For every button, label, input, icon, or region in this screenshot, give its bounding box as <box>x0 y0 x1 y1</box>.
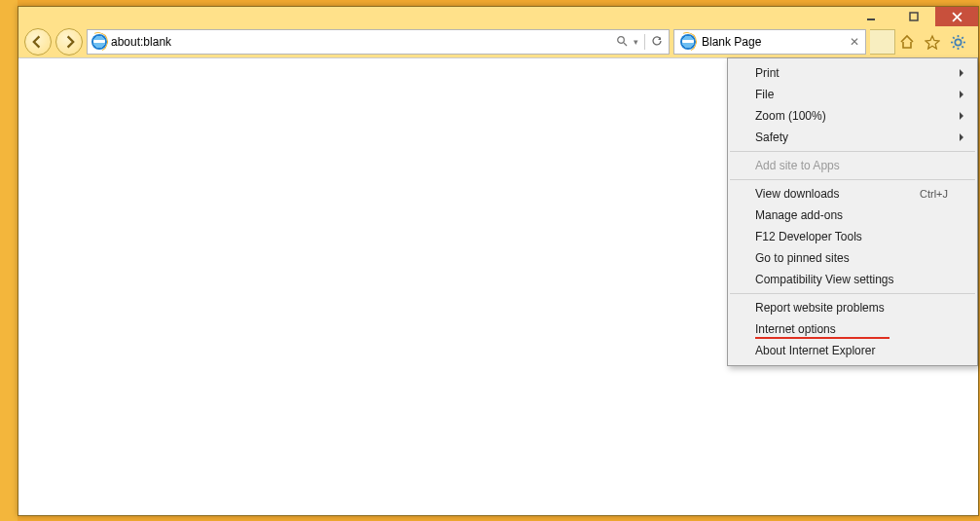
back-button[interactable] <box>24 28 52 56</box>
menu-label: View downloads <box>755 187 840 201</box>
addr-separator <box>644 34 645 50</box>
close-button[interactable] <box>935 7 978 26</box>
menu-safety[interactable]: Safety <box>728 127 977 148</box>
menu-label: Go to pinned sites <box>755 251 850 265</box>
menu-shortcut: Ctrl+J <box>920 188 948 200</box>
menu-separator <box>730 293 975 294</box>
browser-tab[interactable]: Blank Page ✕ <box>673 29 866 55</box>
minimize-button[interactable] <box>850 7 892 26</box>
menu-internet-options[interactable]: Internet options <box>728 318 977 340</box>
menu-label: F12 Developer Tools <box>755 230 862 243</box>
menu-add-site: Add site to Apps <box>728 155 977 176</box>
menu-f12[interactable]: F12 Developer Tools <box>728 226 977 247</box>
tools-icon[interactable] <box>950 34 966 51</box>
home-icon[interactable] <box>899 34 915 50</box>
svg-rect-0 <box>867 19 875 20</box>
address-controls: ▾ <box>616 34 665 50</box>
search-icon[interactable] <box>616 35 628 50</box>
address-input[interactable] <box>111 35 612 49</box>
menu-separator <box>730 151 975 152</box>
menu-label: Manage add-ons <box>755 208 843 222</box>
menu-pinned-sites[interactable]: Go to pinned sites <box>728 247 977 269</box>
menu-report-problems[interactable]: Report website problems <box>728 297 977 318</box>
svg-point-3 <box>955 39 961 45</box>
menu-label: Safety <box>755 130 788 144</box>
tools-menu: Print File Zoom (100%) Safety Add site t… <box>727 57 978 366</box>
desktop-background <box>0 0 18 521</box>
favorites-icon[interactable] <box>925 34 940 50</box>
new-tab-button[interactable] <box>870 29 895 55</box>
menu-separator <box>730 179 975 180</box>
address-bar[interactable]: ▾ <box>87 29 670 55</box>
menu-view-downloads[interactable]: View downloadsCtrl+J <box>728 183 977 205</box>
tab-label: Blank Page <box>702 35 761 49</box>
ie-window: ▾ Blank Page ✕ Print <box>18 6 979 516</box>
toolbar: ▾ Blank Page ✕ <box>18 26 978 57</box>
menu-about-ie[interactable]: About Internet Explorer <box>728 340 977 361</box>
toolbar-right <box>899 34 972 51</box>
svg-rect-1 <box>910 13 918 20</box>
forward-button[interactable] <box>55 28 83 56</box>
menu-label: Compatibility View settings <box>755 273 894 286</box>
menu-label: Add site to Apps <box>755 159 840 172</box>
menu-print[interactable]: Print <box>728 62 977 84</box>
ie-icon <box>680 34 696 50</box>
titlebar <box>18 7 978 26</box>
refresh-icon[interactable] <box>651 35 663 50</box>
menu-label: File <box>755 88 774 101</box>
menu-label: About Internet Explorer <box>755 344 875 357</box>
menu-file[interactable]: File <box>728 84 977 105</box>
maximize-button[interactable] <box>892 7 935 26</box>
tab-close-icon[interactable]: ✕ <box>850 35 859 49</box>
menu-label: Zoom (100%) <box>755 109 826 123</box>
ie-icon <box>91 34 107 50</box>
menu-label: Report website problems <box>755 301 885 315</box>
menu-label: Internet options <box>755 322 836 336</box>
menu-zoom[interactable]: Zoom (100%) <box>728 105 977 127</box>
svg-point-2 <box>618 36 625 43</box>
menu-label: Print <box>755 66 780 80</box>
menu-compat-view[interactable]: Compatibility View settings <box>728 269 977 290</box>
addr-dropdown-icon[interactable]: ▾ <box>634 37 638 47</box>
menu-manage-addons[interactable]: Manage add-ons <box>728 205 977 226</box>
